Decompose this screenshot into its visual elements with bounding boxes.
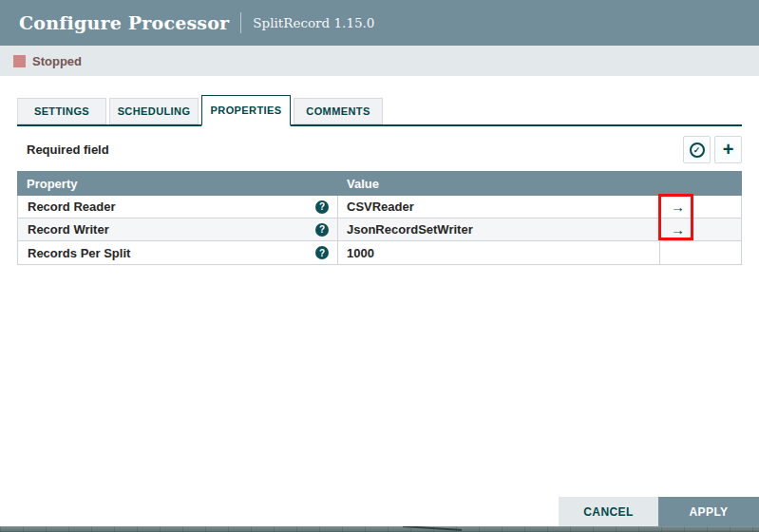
title-divider xyxy=(240,12,241,33)
tab-settings[interactable]: SETTINGS xyxy=(17,98,106,124)
table-body: Record Reader ? CSVReader → Record Write… xyxy=(17,196,742,265)
stopped-square-icon xyxy=(13,55,26,67)
apply-button-label: APPLY xyxy=(690,505,729,519)
table-row-record-writer: Record Writer ? JsonRecordSetWriter → xyxy=(18,218,741,241)
property-value-cell[interactable]: 1000 xyxy=(338,241,660,264)
property-extra-cell: → xyxy=(660,218,741,240)
properties-toolbar-row: Required field ✓ + xyxy=(17,135,742,164)
property-name: Record Reader xyxy=(28,200,115,214)
table-header-row: Property Value xyxy=(17,171,742,196)
property-value: CSVReader xyxy=(347,200,414,214)
tab-bar: SETTINGS SCHEDULING PROPERTIES COMMENTS xyxy=(17,95,742,126)
column-header-property: Property xyxy=(17,177,338,191)
table-row-record-reader: Record Reader ? CSVReader → xyxy=(18,196,741,218)
properties-table: Property Value Record Reader ? CSVReader… xyxy=(17,171,742,265)
question-circle-icon[interactable]: ? xyxy=(315,246,329,259)
property-extra-cell: → xyxy=(660,196,741,218)
configure-processor-dialog: Configure Processor SplitRecord 1.15.0 S… xyxy=(0,0,759,532)
tab-properties[interactable]: PROPERTIES xyxy=(201,95,291,126)
connection-wire xyxy=(403,526,462,531)
property-extra-cell xyxy=(660,241,741,264)
property-value-cell[interactable]: JsonRecordSetWriter xyxy=(338,218,660,240)
properties-toolbar: ✓ + xyxy=(683,136,742,163)
go-to-service-arrow-icon[interactable]: → xyxy=(671,222,685,237)
tab-scheduling-label: SCHEDULING xyxy=(118,105,191,117)
dialog-title: Configure Processor xyxy=(19,12,229,33)
verify-properties-button[interactable]: ✓ xyxy=(683,136,711,163)
tab-settings-label: SETTINGS xyxy=(34,105,89,117)
property-name-cell: Record Reader ? xyxy=(18,196,338,218)
tab-comments-label: COMMENTS xyxy=(306,105,370,117)
property-name-cell: Record Writer ? xyxy=(18,218,338,240)
property-name-cell: Records Per Split ? xyxy=(18,241,338,264)
add-property-button[interactable]: + xyxy=(714,136,742,163)
processor-name-version: SplitRecord 1.15.0 xyxy=(253,15,374,30)
tab-properties-label: PROPERTIES xyxy=(211,104,282,116)
status-bar: Stopped xyxy=(0,46,759,76)
property-value: JsonRecordSetWriter xyxy=(347,222,473,237)
column-header-value: Value xyxy=(338,177,660,191)
tab-scheduling[interactable]: SCHEDULING xyxy=(109,98,199,124)
property-value-cell[interactable]: CSVReader xyxy=(338,196,660,218)
property-value: 1000 xyxy=(347,246,374,260)
cancel-button[interactable]: CANCEL xyxy=(559,497,658,526)
canvas-background-strip xyxy=(0,526,759,532)
property-name: Record Writer xyxy=(28,222,109,237)
dialog-header: Configure Processor SplitRecord 1.15.0 xyxy=(0,0,759,46)
tab-comments[interactable]: COMMENTS xyxy=(294,98,383,124)
check-circle-icon: ✓ xyxy=(690,142,705,158)
apply-button[interactable]: APPLY xyxy=(658,497,759,526)
status-label: Stopped xyxy=(32,54,82,68)
question-circle-icon[interactable]: ? xyxy=(315,223,329,237)
plus-icon: + xyxy=(723,140,734,159)
table-row-records-per-split: Records Per Split ? 1000 xyxy=(18,241,741,264)
required-field-label: Required field xyxy=(17,142,109,157)
go-to-service-arrow-icon[interactable]: → xyxy=(671,200,685,214)
cancel-button-label: CANCEL xyxy=(583,505,633,519)
property-name: Records Per Split xyxy=(28,246,130,260)
question-circle-icon[interactable]: ? xyxy=(315,200,329,214)
